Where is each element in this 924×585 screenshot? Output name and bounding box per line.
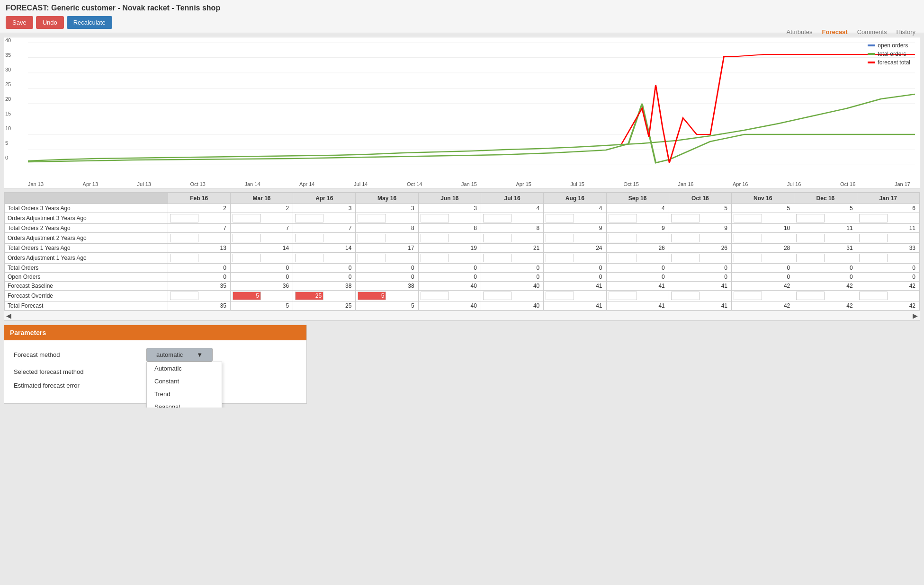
cell-1-4[interactable] [418,213,481,224]
scroll-left-arrow[interactable]: ◀ [6,312,11,319]
input-cell-9-7[interactable] [609,292,637,300]
cell-9-7[interactable] [606,291,669,301]
input-cell-5-10[interactable] [796,254,825,262]
input-cell-5-1[interactable] [233,254,261,262]
cell-5-0[interactable] [168,253,230,264]
cell-9-1[interactable] [230,291,293,301]
cell-3-10[interactable] [794,233,857,244]
recalculate-button[interactable]: Recalculate [67,16,112,29]
cell-1-6[interactable] [544,213,606,224]
cell-5-10[interactable] [794,253,857,264]
input-cell-9-10[interactable] [796,292,825,300]
cell-5-2[interactable] [293,253,356,264]
cell-1-2[interactable] [293,213,356,224]
input-cell-3-3[interactable] [358,234,386,242]
cell-9-11[interactable] [857,291,919,301]
cell-3-3[interactable] [356,233,418,244]
cell-5-1[interactable] [230,253,293,264]
input-cell-1-5[interactable] [483,214,511,222]
input-cell-1-1[interactable] [233,214,261,222]
input-cell-1-11[interactable] [859,214,888,222]
input-cell-1-7[interactable] [609,214,637,222]
input-cell-1-6[interactable] [546,214,574,222]
input-cell-9-3[interactable] [358,292,386,300]
cell-1-8[interactable] [669,213,731,224]
cell-5-8[interactable] [669,253,731,264]
cell-3-9[interactable] [732,233,794,244]
input-cell-3-4[interactable] [421,234,449,242]
input-cell-9-11[interactable] [859,292,888,300]
input-cell-1-9[interactable] [734,214,762,222]
input-cell-9-4[interactable] [421,292,449,300]
cell-1-1[interactable] [230,213,293,224]
dropdown-option-seasonal[interactable]: Seasonal [147,400,222,408]
cell-3-4[interactable] [418,233,481,244]
save-button[interactable]: Save [6,16,33,29]
input-cell-9-6[interactable] [546,292,574,300]
cell-5-6[interactable] [544,253,606,264]
input-cell-5-5[interactable] [483,254,511,262]
cell-1-11[interactable] [857,213,919,224]
cell-3-2[interactable] [293,233,356,244]
cell-9-4[interactable] [418,291,481,301]
cell-9-0[interactable] [168,291,230,301]
forecast-method-dropdown-button[interactable]: automatic ▼ [146,348,213,362]
forecast-method-dropdown-menu[interactable]: Automatic Constant Trend Seasonal Interm… [146,362,222,408]
input-cell-5-11[interactable] [859,254,888,262]
input-cell-5-7[interactable] [609,254,637,262]
cell-1-3[interactable] [356,213,418,224]
input-cell-9-0[interactable] [170,292,198,300]
input-cell-5-4[interactable] [421,254,449,262]
cell-1-0[interactable] [168,213,230,224]
input-cell-3-0[interactable] [170,234,198,242]
input-cell-9-2[interactable] [295,292,323,300]
cell-1-9[interactable] [732,213,794,224]
input-cell-3-8[interactable] [671,234,700,242]
cell-9-6[interactable] [544,291,606,301]
cell-5-11[interactable] [857,253,919,264]
input-cell-1-4[interactable] [421,214,449,222]
cell-9-3[interactable] [356,291,418,301]
dropdown-option-automatic[interactable]: Automatic [147,362,222,375]
input-cell-5-2[interactable] [295,254,323,262]
input-cell-3-9[interactable] [734,234,762,242]
cell-9-8[interactable] [669,291,731,301]
input-cell-5-6[interactable] [546,254,574,262]
input-cell-5-3[interactable] [358,254,386,262]
dropdown-option-trend[interactable]: Trend [147,388,222,400]
input-cell-3-2[interactable] [295,234,323,242]
cell-3-1[interactable] [230,233,293,244]
cell-9-2[interactable] [293,291,356,301]
scroll-right-arrow[interactable]: ▶ [913,312,918,319]
cell-5-7[interactable] [606,253,669,264]
cell-1-7[interactable] [606,213,669,224]
cell-9-5[interactable] [481,291,543,301]
input-cell-3-5[interactable] [483,234,511,242]
input-cell-9-5[interactable] [483,292,511,300]
input-cell-3-6[interactable] [546,234,574,242]
cell-9-10[interactable] [794,291,857,301]
cell-3-6[interactable] [544,233,606,244]
input-cell-3-10[interactable] [796,234,825,242]
undo-button[interactable]: Undo [36,16,64,29]
input-cell-9-9[interactable] [734,292,762,300]
cell-3-11[interactable] [857,233,919,244]
cell-5-3[interactable] [356,253,418,264]
input-cell-1-8[interactable] [671,214,700,222]
cell-3-8[interactable] [669,233,731,244]
input-cell-3-11[interactable] [859,234,888,242]
input-cell-9-1[interactable] [233,292,261,300]
cell-1-10[interactable] [794,213,857,224]
cell-3-5[interactable] [481,233,543,244]
cell-3-7[interactable] [606,233,669,244]
input-cell-5-9[interactable] [734,254,762,262]
input-cell-3-1[interactable] [233,234,261,242]
dropdown-option-constant[interactable]: Constant [147,375,222,388]
input-cell-3-7[interactable] [609,234,637,242]
input-cell-9-8[interactable] [671,292,700,300]
cell-3-0[interactable] [168,233,230,244]
input-cell-5-8[interactable] [671,254,700,262]
input-cell-1-10[interactable] [796,214,825,222]
cell-9-9[interactable] [732,291,794,301]
input-cell-1-2[interactable] [295,214,323,222]
